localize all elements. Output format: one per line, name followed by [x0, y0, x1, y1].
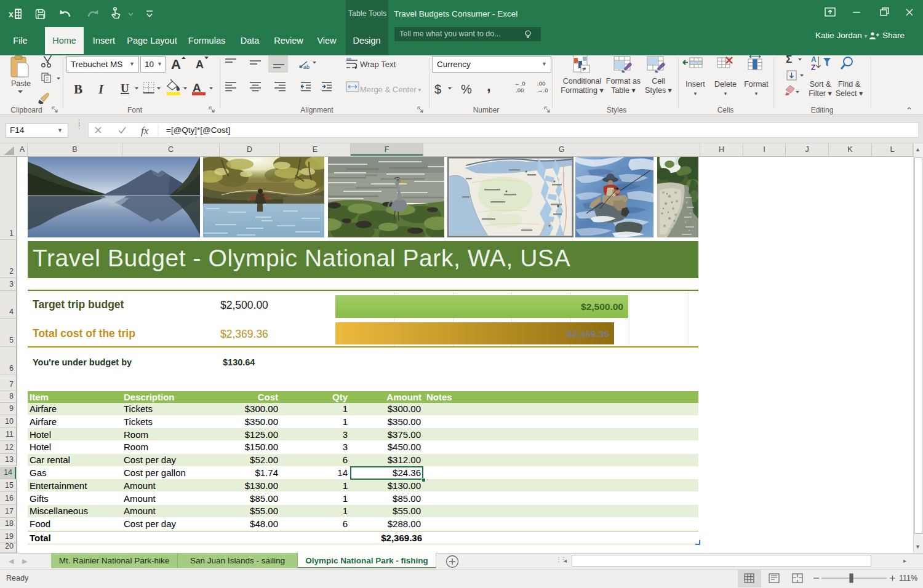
svg-text:B: B: [74, 82, 82, 97]
svg-text:Z: Z: [811, 63, 815, 72]
svg-text:ab: ab: [303, 64, 310, 70]
svg-text:U: U: [121, 82, 129, 95]
svg-text:x: x: [9, 9, 14, 19]
svg-text:A: A: [193, 81, 201, 94]
svg-text:≠: ≠: [582, 65, 586, 73]
svg-text:$: $: [434, 82, 441, 96]
svg-text:A: A: [811, 55, 817, 64]
svg-text:,: ,: [487, 77, 491, 94]
svg-text:→.0: →.0: [537, 87, 548, 93]
svg-text:A: A: [171, 57, 181, 72]
svg-text:.00: .00: [516, 87, 524, 93]
svg-text:←.0: ←.0: [514, 80, 525, 87]
svg-text:.00: .00: [537, 80, 545, 87]
svg-text:Σ: Σ: [786, 55, 792, 65]
svg-text:%: %: [461, 82, 472, 96]
svg-text:A: A: [196, 58, 204, 71]
svg-text:I: I: [98, 82, 104, 97]
svg-text:fx: fx: [141, 125, 149, 137]
